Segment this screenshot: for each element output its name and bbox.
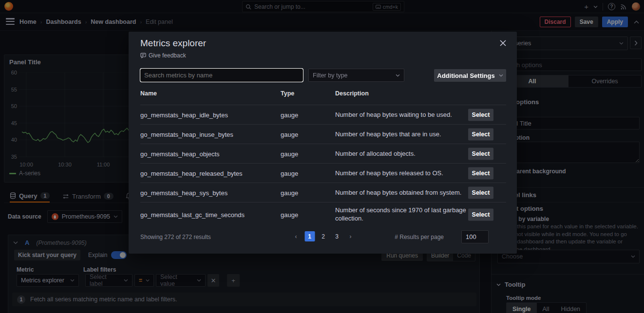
page-button-2[interactable]: 2 xyxy=(318,231,328,241)
select-metric-button[interactable]: Select xyxy=(468,128,493,140)
metric-row-go_memstats_heap_sys_bytes: go_memstats_heap_sys_bytesgaugeNumber of… xyxy=(140,183,506,202)
metric-name: go_memstats_heap_idle_bytes xyxy=(140,111,228,118)
metric-name: go_memstats_last_gc_time_seconds xyxy=(140,211,245,218)
metric-row-go_memstats_heap_idle_bytes: go_memstats_heap_idle_bytesgaugeNumber o… xyxy=(140,105,506,124)
metrics-search-input[interactable] xyxy=(140,69,303,82)
metric-row-go_memstats_heap_objects: go_memstats_heap_objectsgaugeNumber of a… xyxy=(140,144,506,163)
select-metric-button[interactable]: Select xyxy=(468,186,493,199)
metric-description: Number of heap bytes waiting to be used. xyxy=(335,110,467,119)
select-metric-button[interactable]: Select xyxy=(468,208,493,221)
metric-type: gauge xyxy=(281,130,298,138)
metric-name: go_memstats_heap_objects xyxy=(140,150,220,157)
metric-type: gauge xyxy=(281,111,298,118)
metrics-table-header: Name Type Description xyxy=(140,90,506,103)
modal-footer: Showing 272 of 272 results ‹123› # Resul… xyxy=(140,230,506,245)
metric-description: Number of heap bytes that are in use. xyxy=(335,130,467,139)
column-name: Name xyxy=(140,90,157,97)
metric-row-go_memstats_heap_released_bytes: go_memstats_heap_released_bytesgaugeNumb… xyxy=(140,163,506,183)
additional-settings-button[interactable]: Additional Settings xyxy=(434,69,506,82)
metric-type: gauge xyxy=(281,169,298,177)
modal-title: Metrics explorer xyxy=(140,38,206,49)
comment-icon xyxy=(140,53,146,58)
metric-type: gauge xyxy=(281,189,298,196)
results-per-page-label: # Results per page xyxy=(395,234,444,240)
metric-type: gauge xyxy=(281,150,298,157)
metrics-table-body: go_memstats_heap_idle_bytesgaugeNumber o… xyxy=(140,105,506,226)
select-metric-button[interactable]: Select xyxy=(468,147,493,160)
metric-name: go_memstats_heap_released_bytes xyxy=(140,169,243,177)
select-metric-button[interactable]: Select xyxy=(468,167,493,179)
page-button-1[interactable]: 1 xyxy=(304,231,315,241)
page-button-3[interactable]: 3 xyxy=(332,231,342,241)
metrics-explorer-modal: Metrics explorer Give feedback Filter by… xyxy=(129,32,517,254)
chevron-down-icon xyxy=(396,74,400,77)
previous-page-button[interactable]: ‹ xyxy=(291,231,301,241)
select-metric-button[interactable]: Select xyxy=(468,109,493,121)
metric-row-go_memstats_heap_inuse_bytes: go_memstats_heap_inuse_bytesgaugeNumber … xyxy=(140,124,506,144)
results-per-page-input[interactable] xyxy=(461,230,489,243)
metric-type: gauge xyxy=(281,211,298,218)
metric-description: Number of seconds since 1970 of last gar… xyxy=(335,206,467,223)
metric-description: Number of allocated objects. xyxy=(335,149,467,158)
filter-by-type-select[interactable]: Filter by type xyxy=(308,69,404,82)
grafana-app: Search or jump to... cmd+k + ? Home›Dash… xyxy=(0,0,644,313)
metric-description: Number of heap bytes obtained from syste… xyxy=(335,188,467,197)
column-type: Type xyxy=(281,90,294,97)
chevron-down-icon xyxy=(499,74,503,77)
metric-row-go_memstats_last_gc_time_seconds: go_memstats_last_gc_time_secondsgaugeNum… xyxy=(140,202,506,226)
results-summary: Showing 272 of 272 results xyxy=(140,234,211,240)
close-icon[interactable] xyxy=(498,38,507,47)
metric-name: go_memstats_heap_sys_bytes xyxy=(140,189,227,196)
give-feedback-link[interactable]: Give feedback xyxy=(140,52,186,59)
column-description: Description xyxy=(335,90,369,97)
next-page-button[interactable]: › xyxy=(345,231,356,241)
metric-description: Number of heap bytes released to OS. xyxy=(335,169,467,178)
metric-name: go_memstats_heap_inuse_bytes xyxy=(140,130,233,138)
pagination: ‹123› xyxy=(291,231,356,241)
